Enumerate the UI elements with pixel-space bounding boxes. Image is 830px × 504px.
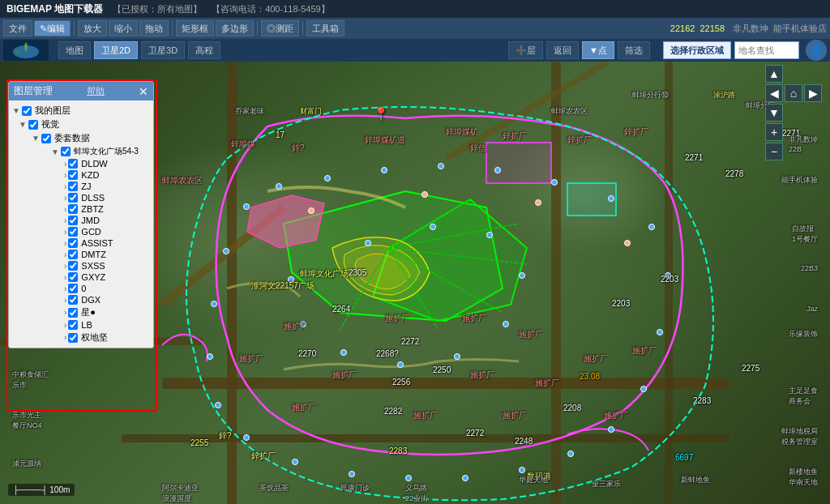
map-type-map[interactable]: 地图 (58, 41, 91, 59)
scale-icon: ├────┤ (13, 485, 48, 494)
layer-item-sxss[interactable]: › SXSS (64, 260, 150, 271)
layer-item-gcd[interactable]: › GCD (64, 226, 150, 237)
layer-checkbox-DLSS[interactable] (68, 193, 78, 203)
user-icon: 👤 (811, 45, 823, 56)
map-type-satellite2d[interactable]: 卫星2D (94, 41, 138, 59)
layer-item-星●[interactable]: › 星● (64, 305, 150, 319)
add-layer-button[interactable]: ➕层 (508, 41, 543, 59)
drag-button[interactable]: 拖动 (139, 20, 169, 36)
layer-checkbox-JMD[interactable] (68, 216, 78, 225)
map-node-orange (624, 240, 631, 246)
map-node (223, 248, 229, 254)
layer-panel: 图层管理 帮助 ✕ ▼ 我的图层 ▼ 视觉 ▼ (8, 81, 154, 348)
nav-home[interactable]: ⌂ (785, 84, 802, 102)
view-item[interactable]: ▼ 视觉 (19, 117, 150, 131)
layer-checkbox-GXYZ[interactable] (68, 272, 78, 282)
map-node (551, 179, 558, 186)
layer-item-dlss[interactable]: › DLSS (64, 192, 150, 203)
multi-download-button[interactable]: 多边形 (216, 20, 254, 36)
view-checkbox[interactable] (28, 120, 38, 130)
layer-checkbox-星●[interactable] (68, 308, 78, 318)
layer-arrow-6: › (64, 228, 66, 237)
point-button[interactable]: ▼点 (582, 41, 614, 59)
layer-arrow-8: › (64, 250, 66, 259)
layer-item-jmd[interactable]: › JMD (64, 215, 150, 226)
layer-checkbox-GCD[interactable] (68, 227, 78, 237)
layer-item-权地坚[interactable]: › 权地坚 (64, 331, 150, 344)
panel-close[interactable]: ✕ (139, 86, 148, 97)
layer-checkbox-ASSIST[interactable] (68, 238, 78, 248)
measure-button[interactable]: ◎测距 (261, 20, 299, 36)
filter-button[interactable]: 筛选 (618, 41, 650, 59)
layer-label-LB: LB (81, 320, 92, 330)
layer-arrow-5: › (64, 216, 66, 225)
layer-item-dldw[interactable]: › DLDW (64, 158, 150, 169)
layer-label-0: 0 (81, 284, 86, 293)
map-node (503, 321, 509, 327)
aggregate-checkbox[interactable] (41, 134, 51, 143)
nav-right[interactable]: ▶ (804, 84, 822, 102)
tools-button[interactable]: 工具箱 (306, 20, 344, 36)
aggregate-data-item[interactable]: ▼ 委套数据 (32, 131, 150, 145)
layer-arrow-15: › (64, 333, 66, 342)
layer-checkbox-ZJ[interactable] (68, 182, 78, 191)
zoom-out-nav[interactable]: − (765, 143, 783, 160)
nav-up[interactable]: ▲ (765, 65, 783, 83)
rect-download-button[interactable]: 矩形框 (176, 20, 214, 36)
layer-checkbox-KZD[interactable] (68, 170, 78, 180)
nav-controls: ▲ ◀ ⌂ ▶ ▼ + − (765, 65, 822, 160)
map-node (608, 195, 614, 202)
sublayer-arrow: ▼ (51, 147, 59, 156)
layer-item-gxyz[interactable]: › GXYZ (64, 271, 150, 283)
layer-item-zj[interactable]: › ZJ (64, 181, 150, 192)
layer-checkbox-DGX[interactable] (68, 295, 78, 305)
layer-checkbox-DLDW[interactable] (68, 159, 78, 169)
nav-down[interactable]: ▼ (765, 104, 783, 122)
sublayer-item[interactable]: ▼ 蚌埠文化广场54-3 (51, 145, 150, 158)
scale-text: 100m (49, 485, 70, 494)
scale-bar: ├────┤ 100m (8, 484, 75, 496)
place-search-input[interactable] (734, 41, 799, 59)
zoom-out-button[interactable]: 缩小 (109, 20, 138, 36)
layer-checkbox-0[interactable] (68, 284, 78, 293)
layer-item-assist[interactable]: › ASSIST (64, 237, 150, 249)
layer-checkbox-DMTZ[interactable] (68, 250, 78, 259)
zoom-in-nav[interactable]: + (765, 123, 783, 141)
map-node (494, 167, 501, 173)
layer-item-kzd[interactable]: › KZD (64, 169, 150, 181)
map-node (397, 361, 404, 368)
layer-list: › DLDW › KZD › ZJ › DLSS › ZBTZ › JMD › … (64, 158, 150, 344)
layer-checkbox-SXSS[interactable] (68, 261, 78, 271)
layer-item-lb[interactable]: › LB (64, 319, 150, 331)
toolbar: 文件 ✎编辑 放大 缩小 拖动 矩形框 多边形 ◎测距 工具箱 22162 22… (0, 18, 830, 39)
layer-item-dgx[interactable]: › DGX (64, 294, 150, 305)
layer-item-zbtz[interactable]: › ZBTZ (64, 203, 150, 215)
user-avatar[interactable]: 👤 (806, 40, 827, 61)
help-link[interactable]: 帮助 (87, 85, 105, 97)
edit-button[interactable]: ✎编辑 (34, 20, 71, 36)
map-type-elevation[interactable]: 高程 (188, 41, 220, 59)
nav-left[interactable]: ◀ (765, 84, 783, 102)
select-region-button[interactable]: 选择行政区域 (663, 41, 731, 59)
layer-checkbox-ZBTZ[interactable] (68, 204, 78, 214)
layer-item-dmtz[interactable]: › DMTZ (64, 249, 150, 260)
layer-item-0[interactable]: › 0 (64, 283, 150, 294)
sublayer-label: 蚌埠文化广场54-3 (74, 146, 139, 157)
toolbar-sep4 (302, 21, 303, 36)
panel-title: 图层管理 (14, 84, 53, 98)
layer-label-DMTZ: DMTZ (81, 250, 106, 259)
map-type-satellite3d[interactable]: 卫星3D (141, 41, 185, 59)
map-node (567, 451, 574, 457)
my-layers-checkbox[interactable] (22, 106, 32, 116)
my-layers-item[interactable]: ▼ 我的图层 (12, 104, 150, 117)
file-button[interactable]: 文件 (3, 20, 32, 36)
back-button[interactable]: 返回 (546, 41, 579, 59)
zoom-in-button[interactable]: 放大 (78, 20, 107, 36)
layer-label-KZD: KZD (81, 170, 99, 180)
layer-checkbox-权地坚[interactable] (68, 333, 78, 343)
layer-label-ASSIST: ASSIST (81, 238, 113, 248)
map-node (288, 276, 294, 283)
map-node (243, 434, 250, 441)
layer-checkbox-LB[interactable] (68, 320, 78, 330)
sublayer-checkbox[interactable] (61, 147, 71, 156)
